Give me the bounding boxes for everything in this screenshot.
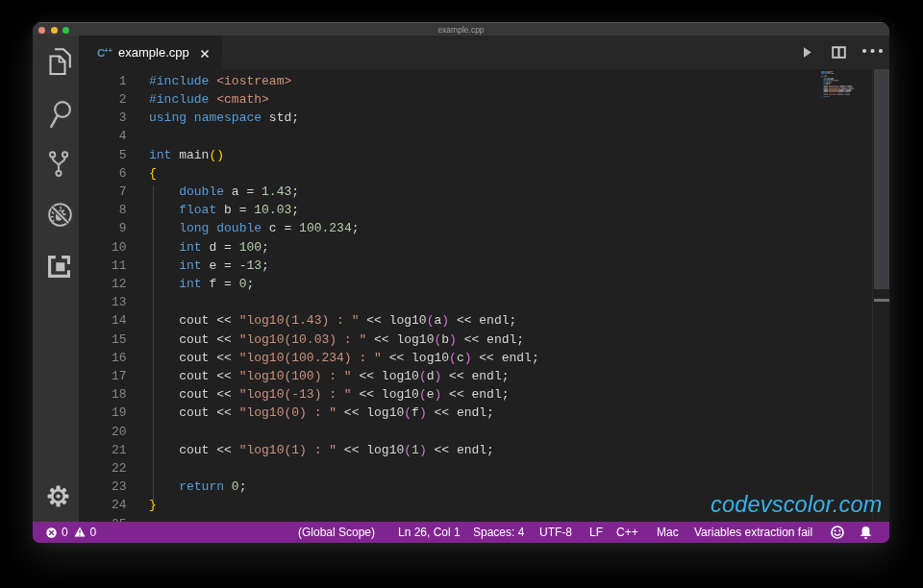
svg-text:++: ++ <box>105 47 112 54</box>
